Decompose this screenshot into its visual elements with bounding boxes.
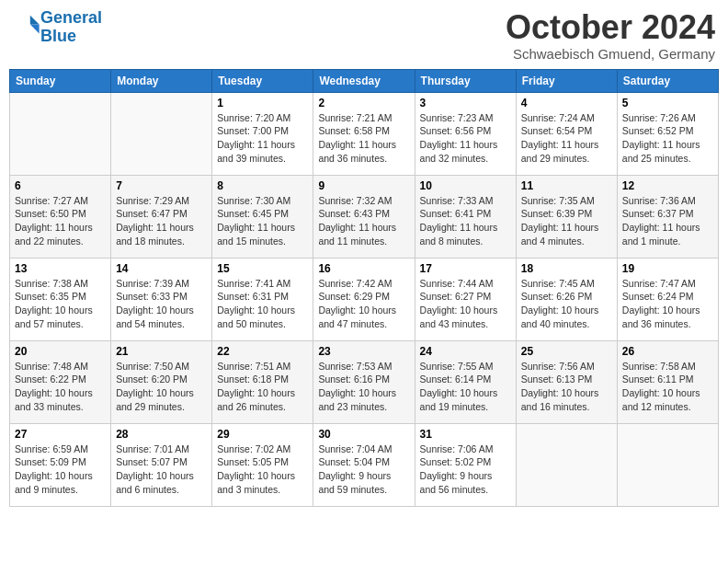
calendar-cell: 25Sunrise: 7:56 AM Sunset: 6:13 PM Dayli… [516,340,617,423]
day-number: 15 [217,262,308,275]
day-info: Sunrise: 7:26 AM Sunset: 6:52 PM Dayligh… [622,111,713,166]
logo-icon [15,13,40,39]
calendar-cell: 23Sunrise: 7:53 AM Sunset: 6:16 PM Dayli… [313,340,415,423]
calendar-cell: 22Sunrise: 7:51 AM Sunset: 6:18 PM Dayli… [212,340,313,423]
day-number: 10 [420,179,511,192]
day-number: 8 [217,179,308,192]
day-number: 21 [116,345,207,358]
day-number: 27 [15,428,106,441]
day-number: 12 [622,179,713,192]
logo-line1: General [40,8,102,27]
day-info: Sunrise: 7:50 AM Sunset: 6:20 PM Dayligh… [116,360,207,414]
calendar-cell: 9Sunrise: 7:32 AM Sunset: 6:43 PM Daylig… [313,175,415,258]
day-number: 1 [217,97,308,109]
day-info: Sunrise: 7:06 AM Sunset: 5:02 PM Dayligh… [420,442,511,497]
calendar-week: 27Sunrise: 6:59 AM Sunset: 5:09 PM Dayli… [10,423,719,506]
month-title: October 2024 [506,9,715,46]
day-info: Sunrise: 7:51 AM Sunset: 6:18 PM Dayligh… [217,360,308,414]
calendar-header: SundayMondayTuesdayWednesdayThursdayFrid… [10,69,719,92]
calendar-cell: 20Sunrise: 7:48 AM Sunset: 6:22 PM Dayli… [10,340,111,423]
day-number: 24 [420,345,511,358]
day-number: 9 [318,179,409,192]
calendar-cell [516,423,617,506]
calendar-body: 1Sunrise: 7:20 AM Sunset: 7:00 PM Daylig… [10,92,719,506]
calendar-cell: 15Sunrise: 7:41 AM Sunset: 6:31 PM Dayli… [212,258,313,340]
day-info: Sunrise: 7:29 AM Sunset: 6:47 PM Dayligh… [116,194,207,248]
logo: General Blue [13,9,102,46]
calendar-cell: 29Sunrise: 7:02 AM Sunset: 5:05 PM Dayli… [212,423,313,506]
weekday-header: Thursday [415,69,516,92]
calendar-cell: 26Sunrise: 7:58 AM Sunset: 6:11 PM Dayli… [617,340,718,423]
weekday-header: Sunday [10,69,111,92]
day-number: 30 [318,428,409,441]
weekday-header: Tuesday [212,69,313,92]
logo-text: General Blue [40,9,102,46]
calendar-cell: 10Sunrise: 7:33 AM Sunset: 6:41 PM Dayli… [415,175,516,258]
day-info: Sunrise: 7:04 AM Sunset: 5:04 PM Dayligh… [318,442,409,497]
day-info: Sunrise: 7:56 AM Sunset: 6:13 PM Dayligh… [521,360,612,414]
day-info: Sunrise: 7:58 AM Sunset: 6:11 PM Dayligh… [622,360,713,414]
calendar-cell: 17Sunrise: 7:44 AM Sunset: 6:27 PM Dayli… [415,258,516,340]
day-number: 16 [318,262,409,275]
calendar-cell: 21Sunrise: 7:50 AM Sunset: 6:20 PM Dayli… [111,340,212,423]
day-info: Sunrise: 7:48 AM Sunset: 6:22 PM Dayligh… [15,360,106,414]
day-number: 31 [420,428,511,441]
calendar-cell: 13Sunrise: 7:38 AM Sunset: 6:35 PM Dayli… [10,258,111,340]
svg-marker-1 [30,24,40,33]
calendar-cell: 28Sunrise: 7:01 AM Sunset: 5:07 PM Dayli… [111,423,212,506]
day-info: Sunrise: 7:23 AM Sunset: 6:56 PM Dayligh… [420,111,511,166]
day-number: 26 [622,345,713,358]
calendar-cell [617,423,718,506]
day-number: 18 [521,262,612,275]
day-info: Sunrise: 7:35 AM Sunset: 6:39 PM Dayligh… [521,194,612,248]
calendar-cell: 11Sunrise: 7:35 AM Sunset: 6:39 PM Dayli… [516,175,617,258]
calendar-table: SundayMondayTuesdayWednesdayThursdayFrid… [9,69,719,507]
day-info: Sunrise: 7:47 AM Sunset: 6:24 PM Dayligh… [622,277,713,331]
calendar-cell: 30Sunrise: 7:04 AM Sunset: 5:04 PM Dayli… [313,423,415,506]
day-number: 6 [15,179,106,192]
calendar-cell: 6Sunrise: 7:27 AM Sunset: 6:50 PM Daylig… [10,175,111,258]
calendar-cell [111,92,212,175]
calendar-cell: 24Sunrise: 7:55 AM Sunset: 6:14 PM Dayli… [415,340,516,423]
day-info: Sunrise: 7:33 AM Sunset: 6:41 PM Dayligh… [420,194,511,248]
day-number: 3 [420,97,511,109]
day-number: 11 [521,179,612,192]
day-number: 14 [116,262,207,275]
day-number: 4 [521,97,612,109]
day-number: 22 [217,345,308,358]
day-info: Sunrise: 7:53 AM Sunset: 6:16 PM Dayligh… [318,360,409,414]
weekday-header: Wednesday [313,69,415,92]
calendar-cell: 27Sunrise: 6:59 AM Sunset: 5:09 PM Dayli… [10,423,111,506]
calendar-cell: 2Sunrise: 7:21 AM Sunset: 6:58 PM Daylig… [313,92,415,175]
logo-line2: Blue [40,27,76,45]
day-number: 2 [318,97,409,109]
day-info: Sunrise: 7:32 AM Sunset: 6:43 PM Dayligh… [318,194,409,248]
calendar-cell: 4Sunrise: 7:24 AM Sunset: 6:54 PM Daylig… [516,92,617,175]
day-number: 5 [622,97,713,109]
weekday-row: SundayMondayTuesdayWednesdayThursdayFrid… [10,69,719,92]
day-number: 17 [420,262,511,275]
calendar-cell: 18Sunrise: 7:45 AM Sunset: 6:26 PM Dayli… [516,258,617,340]
day-number: 13 [15,262,106,275]
day-info: Sunrise: 7:27 AM Sunset: 6:50 PM Dayligh… [15,194,106,248]
day-info: Sunrise: 6:59 AM Sunset: 5:09 PM Dayligh… [15,442,106,497]
calendar-cell: 14Sunrise: 7:39 AM Sunset: 6:33 PM Dayli… [111,258,212,340]
day-info: Sunrise: 7:41 AM Sunset: 6:31 PM Dayligh… [217,277,308,331]
title-block: October 2024 Schwaebisch Gmuend, Germany [506,9,715,62]
day-number: 20 [15,345,106,358]
calendar-cell: 12Sunrise: 7:36 AM Sunset: 6:37 PM Dayli… [617,175,718,258]
day-number: 23 [318,345,409,358]
day-info: Sunrise: 7:01 AM Sunset: 5:07 PM Dayligh… [116,442,207,497]
weekday-header: Monday [111,69,212,92]
day-number: 28 [116,428,207,441]
calendar-week: 6Sunrise: 7:27 AM Sunset: 6:50 PM Daylig… [10,175,719,258]
calendar-week: 13Sunrise: 7:38 AM Sunset: 6:35 PM Dayli… [10,258,719,340]
calendar-cell: 7Sunrise: 7:29 AM Sunset: 6:47 PM Daylig… [111,175,212,258]
day-info: Sunrise: 7:45 AM Sunset: 6:26 PM Dayligh… [521,277,612,331]
calendar-cell: 19Sunrise: 7:47 AM Sunset: 6:24 PM Dayli… [617,258,718,340]
day-info: Sunrise: 7:21 AM Sunset: 6:58 PM Dayligh… [318,111,409,166]
day-number: 25 [521,345,612,358]
day-number: 7 [116,179,207,192]
day-info: Sunrise: 7:02 AM Sunset: 5:05 PM Dayligh… [217,442,308,497]
calendar-cell [10,92,111,175]
